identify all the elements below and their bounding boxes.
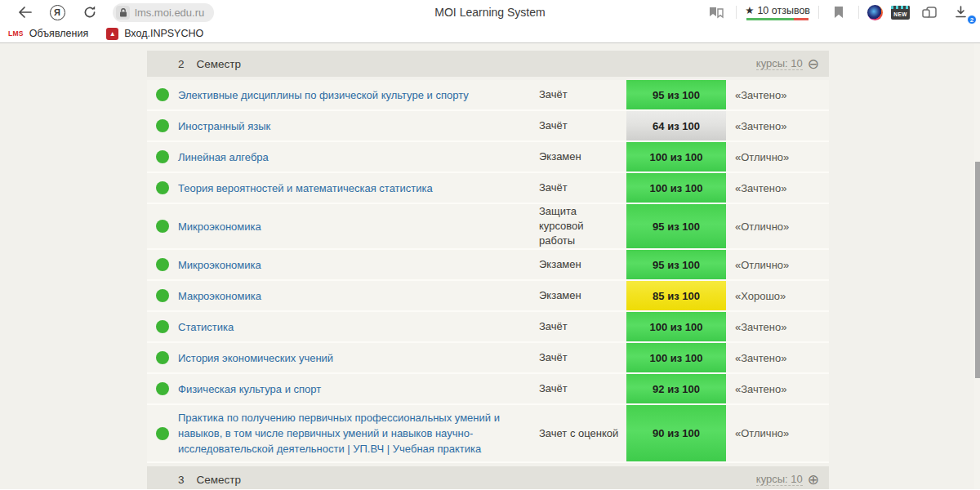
lock-icon[interactable]: [116, 6, 130, 20]
status-cell: [147, 320, 178, 333]
table-row: Линейная алгебра Экзамен 100 из 100 «Отл…: [147, 142, 829, 173]
status-cell: [147, 119, 178, 132]
status-cell: [147, 258, 178, 271]
collections-flags-icon: [708, 6, 724, 19]
assessment-type: Зачёт: [539, 319, 626, 334]
course-link[interactable]: Линейная алгебра: [178, 151, 269, 163]
gradebook-table: 2 Семестр курсы: 10 ⊖ Элективные дисципл…: [147, 51, 829, 489]
reviews-count-label: 10 отзывов: [757, 5, 810, 16]
course-link[interactable]: Макроэкономика: [178, 290, 261, 302]
extension-browser-icon[interactable]: [867, 5, 883, 20]
expand-icon[interactable]: ⊕: [808, 473, 819, 487]
tab-groups-button[interactable]: [918, 2, 941, 22]
status-cell: [147, 88, 178, 101]
tag-icon: [921, 6, 938, 20]
yandex-home-button[interactable]: Я: [46, 2, 69, 22]
table-row: Практика по получению первичных професси…: [147, 405, 829, 463]
lms-favicon: LMS: [8, 29, 24, 38]
course-link[interactable]: Иностранный язык: [178, 120, 270, 132]
course-link[interactable]: Статистика: [178, 321, 234, 333]
table-row: Физическая культура и спорт Зачёт 92 из …: [147, 374, 829, 405]
bookmark-icon: [833, 6, 844, 19]
inpsycho-favicon: ▲: [106, 28, 118, 40]
assessment-type: Экзамен: [539, 257, 626, 272]
refresh-icon: [82, 5, 97, 20]
refresh-button[interactable]: [78, 2, 101, 22]
download-icon: [955, 6, 967, 19]
course-link[interactable]: Физическая культура и спорт: [178, 383, 321, 395]
table-row: Макроэкономика Экзамен 85 из 100 «Хорошо…: [147, 281, 829, 312]
grade-text: «Зачтено»: [726, 321, 829, 333]
page-content: 2 Семестр курсы: 10 ⊖ Элективные дисципл…: [0, 43, 980, 489]
course-link[interactable]: Теория вероятностей и математическая ста…: [178, 182, 433, 194]
course-link[interactable]: Микроэкономика: [178, 259, 261, 271]
grade-text: «Зачтено»: [726, 89, 829, 101]
course-link[interactable]: История экономических учений: [178, 352, 333, 364]
course-link[interactable]: Микроэкономика: [178, 220, 261, 233]
divider: [818, 6, 819, 19]
status-dot-icon: [156, 88, 169, 101]
grade-text: «Отлично»: [726, 220, 829, 233]
status-cell: [147, 150, 178, 163]
back-arrow-icon: [17, 6, 33, 19]
status-cell: [147, 181, 178, 194]
divider: [736, 6, 737, 19]
grade-text: «Отлично»: [726, 427, 829, 439]
score-badge: 100 из 100: [626, 312, 726, 341]
divider: [858, 6, 859, 19]
site-reviews-button[interactable]: ★ 10 отзывов: [745, 4, 810, 20]
scrollbar-track[interactable]: [974, 43, 980, 489]
status-dot-icon: [156, 320, 169, 333]
assessment-type: Зачет с оценкой: [539, 426, 626, 441]
grade-text: «Зачтено»: [726, 182, 829, 194]
status-dot-icon: [156, 119, 169, 132]
score-badge: 85 из 100: [626, 281, 726, 310]
table-row: История экономических учений Зачёт 100 и…: [147, 343, 829, 374]
assessment-type: Зачёт: [539, 381, 626, 396]
collections-button[interactable]: [705, 2, 728, 22]
status-cell: [147, 351, 178, 364]
table-row: Статистика Зачёт 100 из 100 «Зачтено»: [147, 312, 829, 343]
rating-bar: [746, 18, 808, 20]
address-bar[interactable]: lms.moi.edu.ru: [113, 3, 214, 22]
score-badge: 100 из 100: [626, 343, 726, 372]
course-link[interactable]: Элективные дисциплины по физической куль…: [178, 89, 469, 101]
collapse-icon[interactable]: ⊖: [808, 57, 819, 71]
assessment-type: Зачёт: [539, 180, 626, 195]
bookmark-item-inpsycho[interactable]: ▲ Вход.INPSYCHO: [106, 28, 203, 40]
grade-text: «Зачтено»: [726, 120, 829, 132]
semester-2-header: 2 Семестр курсы: 10 ⊖: [147, 51, 829, 77]
assessment-type: Зачёт: [539, 350, 626, 365]
score-badge: 95 из 100: [626, 204, 726, 248]
grade-text: «Зачтено»: [726, 352, 829, 364]
score-badge: 100 из 100: [626, 142, 726, 172]
course-link[interactable]: Практика по получению первичных професси…: [178, 412, 500, 455]
assessment-type: Защита курсовой работы: [539, 204, 626, 248]
bookmarks-bar: LMS Объявления ▲ Вход.INPSYCHO: [0, 24, 980, 43]
assessment-type: Зачёт: [539, 87, 626, 102]
score-badge: 90 из 100: [626, 405, 726, 461]
table-row: Элективные дисциплины по физической куль…: [147, 80, 829, 111]
courses-count-link[interactable]: курсы: 10: [756, 57, 803, 70]
score-badge: 92 из 100: [626, 374, 726, 403]
downloads-button[interactable]: 2: [949, 2, 972, 22]
grade-text: «Отлично»: [726, 259, 829, 271]
scrollbar-thumb[interactable]: [975, 162, 980, 378]
status-dot-icon: [156, 220, 169, 233]
table-row: Иностранный язык Зачёт 64 из 100 «Зачтен…: [147, 111, 829, 142]
url-text: lms.moi.edu.ru: [135, 7, 204, 19]
extension-new-icon[interactable]: NEW: [891, 6, 910, 20]
score-badge: 100 из 100: [626, 173, 726, 203]
status-dot-icon: [156, 427, 169, 440]
status-cell: [147, 427, 178, 440]
back-button[interactable]: [13, 2, 36, 22]
grade-text: «Зачтено»: [726, 383, 829, 395]
bookmark-button[interactable]: [827, 2, 850, 22]
courses-count-link[interactable]: курсы: 10: [756, 473, 803, 486]
bookmark-item-announcements[interactable]: LMS Объявления: [8, 28, 88, 39]
table-row: Микроэкономика Защита курсовой работы 95…: [147, 204, 829, 250]
download-count-badge: 2: [967, 15, 977, 24]
status-cell: [147, 289, 178, 302]
status-dot-icon: [156, 181, 169, 194]
course-rows: Элективные дисциплины по физической куль…: [147, 80, 829, 463]
